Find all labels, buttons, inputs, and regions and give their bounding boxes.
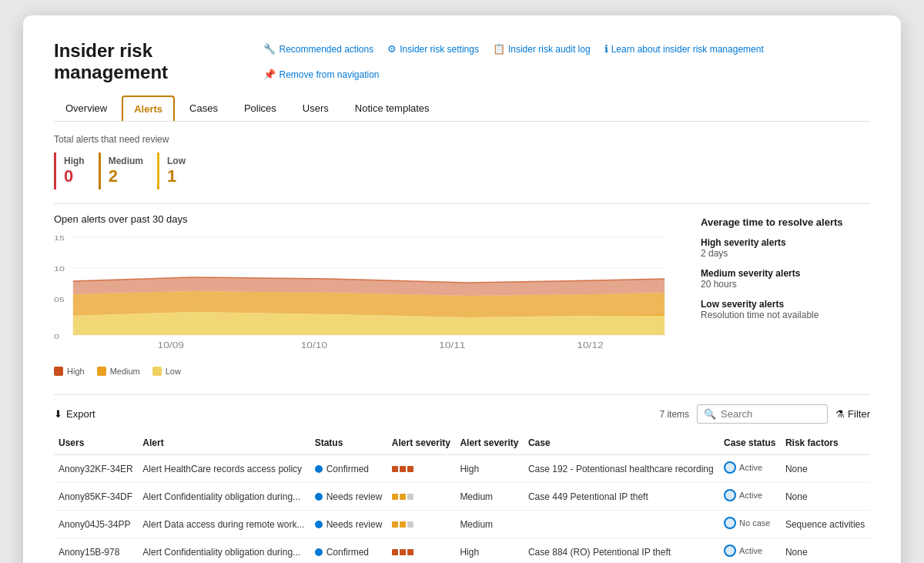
- settings-icon: ⚙: [387, 43, 397, 55]
- tab-polices[interactable]: Polices: [233, 96, 288, 121]
- tab-users[interactable]: Users: [291, 96, 340, 121]
- table-row[interactable]: Anony04J5-34PP Alert Data access during …: [54, 511, 870, 538]
- export-label: Export: [66, 408, 95, 420]
- stat-low-value: Resolution time not available: [701, 310, 870, 320]
- chart-svg: 15 10 05 0: [54, 231, 670, 362]
- top-action-remove[interactable]: 📌Remove from navigation: [263, 69, 379, 80]
- alert-count-label-low: Low: [167, 156, 186, 166]
- col-risk-factors: Risk factors: [781, 431, 870, 455]
- cell-risk-1: None: [781, 483, 870, 511]
- stats-title: Average time to resolve alerts: [701, 216, 870, 228]
- tab-cases[interactable]: Cases: [178, 96, 229, 121]
- alert-count-value-high: 0: [64, 166, 85, 186]
- alert-count-value-low: 1: [167, 166, 186, 186]
- svg-text:15: 15: [54, 234, 65, 242]
- search-box[interactable]: 🔍: [697, 404, 828, 424]
- cell-case-1: Case 449 Petentional IP theft: [524, 483, 719, 511]
- legend-medium: Medium: [97, 367, 140, 376]
- audit-label: Insider risk audit log: [508, 44, 591, 55]
- col-case-status: Case status: [719, 431, 781, 455]
- cell-user-0: Anony32KF-34ER: [54, 455, 138, 483]
- legend-high: High: [54, 367, 85, 376]
- cell-sev-label-0: High: [455, 455, 524, 483]
- stat-low-label: Low severity alerts: [701, 299, 870, 310]
- legend-low: Low: [152, 367, 181, 376]
- alert-count-medium[interactable]: Medium2: [99, 152, 157, 189]
- table-row[interactable]: Anony85KF-34DF Alert Confidentiality obl…: [54, 483, 870, 511]
- svg-text:10/12: 10/12: [577, 341, 604, 350]
- legend-medium-dot: [97, 367, 106, 376]
- cell-alert-2: Alert Data access during remote work...: [138, 511, 310, 538]
- recommended-label: Recommended actions: [279, 44, 373, 55]
- learn-label: Learn about insider risk management: [611, 44, 764, 55]
- cell-status-1: Needs review: [310, 483, 387, 511]
- svg-text:10: 10: [54, 265, 65, 273]
- col-status: Status: [310, 431, 387, 455]
- learn-icon: ℹ: [604, 43, 608, 55]
- cell-sev-label-3: High: [455, 538, 524, 564]
- stat-low: Low severity alerts Resolution time not …: [701, 299, 870, 320]
- export-button[interactable]: ⬇ Export: [54, 408, 95, 420]
- status-dot-0: [315, 465, 323, 473]
- cell-sev-dots-2: [387, 511, 456, 538]
- cell-sev-dots-3: [387, 538, 456, 564]
- page-title: Insider risk management: [54, 40, 263, 83]
- audit-icon: 📋: [493, 43, 505, 55]
- cell-case-status-2: No case: [719, 511, 781, 538]
- section-label: Total alerts that need review: [54, 134, 870, 145]
- alert-counts: High0Medium2Low1: [54, 152, 870, 189]
- legend-low-label: Low: [166, 367, 181, 376]
- top-bar: Insider risk management 🔧Recommended act…: [54, 40, 870, 83]
- cell-case-0: Case 192 - Potentionasl healthcare recor…: [524, 455, 719, 483]
- tab-overview[interactable]: Overview: [54, 96, 119, 121]
- remove-label: Remove from navigation: [279, 69, 379, 80]
- remove-icon: 📌: [263, 69, 276, 80]
- filter-button[interactable]: ⚗ Filter: [835, 408, 870, 420]
- col-alert: Alert: [138, 431, 310, 455]
- chart-area: Open alerts over past 30 days 15 10 05 0: [54, 213, 670, 376]
- legend-low-dot: [152, 367, 162, 376]
- recommended-icon: 🔧: [263, 43, 276, 55]
- case-status-icon-1: [724, 489, 736, 501]
- col-alert-severity: Alert severity: [387, 431, 456, 455]
- charts-row: Open alerts over past 30 days 15 10 05 0: [54, 213, 870, 376]
- tab-notice[interactable]: Notice templates: [343, 96, 441, 121]
- case-status-icon-0: [724, 461, 736, 474]
- status-dot-3: [315, 548, 323, 556]
- top-action-audit[interactable]: 📋Insider risk audit log: [493, 43, 591, 55]
- cell-sev-label-1: Medium: [455, 483, 524, 511]
- top-action-learn[interactable]: ℹLearn about insider risk management: [604, 43, 764, 55]
- table-row[interactable]: Anony32KF-34ER Alert HealthCare records …: [54, 455, 870, 483]
- alert-count-low[interactable]: Low1: [157, 152, 199, 189]
- cell-alert-0: Alert HealthCare records access policy: [138, 455, 310, 483]
- cell-case-status-3: Active: [719, 538, 781, 564]
- stat-medium-value: 20 hours: [701, 279, 870, 290]
- search-input[interactable]: [721, 408, 821, 420]
- cell-user-2: Anony04J5-34PP: [54, 511, 138, 538]
- case-status-icon-3: [724, 545, 736, 557]
- status-dot-2: [315, 521, 323, 528]
- status-dot-1: [315, 493, 323, 501]
- top-action-recommended[interactable]: 🔧Recommended actions: [263, 43, 373, 55]
- cell-risk-2: Sequence activities: [781, 511, 870, 538]
- stat-medium: Medium severity alerts 20 hours: [701, 268, 870, 290]
- tab-alerts[interactable]: Alerts: [122, 96, 175, 121]
- legend-high-dot: [54, 367, 63, 376]
- cell-status-0: Confirmed: [310, 455, 387, 483]
- stat-high-value: 2 days: [701, 248, 870, 259]
- table-row[interactable]: Anony15B-978 Alert Confidentiality oblig…: [54, 538, 870, 564]
- stat-high: High severity alerts 2 days: [701, 237, 870, 259]
- alert-count-label-high: High: [64, 156, 85, 166]
- cell-alert-3: Alert Confidentiality obligation during.…: [138, 538, 310, 564]
- svg-text:05: 05: [54, 296, 65, 303]
- toolbar-right: 7 items 🔍 ⚗ Filter: [659, 404, 870, 424]
- alert-count-high[interactable]: High0: [54, 152, 99, 189]
- cell-user-3: Anony15B-978: [54, 538, 138, 564]
- col-alert-severity2: Alert severity: [455, 431, 524, 455]
- cell-sev-label-2: Medium: [455, 511, 524, 538]
- table-body: Anony32KF-34ER Alert HealthCare records …: [54, 455, 870, 564]
- alerts-table: Users Alert Status Alert severity Alert …: [54, 431, 870, 563]
- top-action-settings[interactable]: ⚙Insider risk settings: [387, 43, 479, 55]
- col-case: Case: [524, 431, 719, 455]
- divider-2: [54, 394, 870, 395]
